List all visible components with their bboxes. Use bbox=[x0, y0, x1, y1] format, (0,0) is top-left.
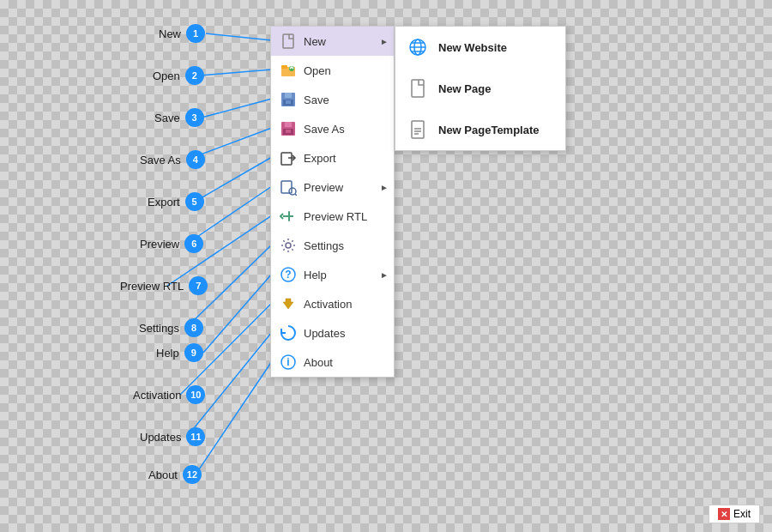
arrow-new: ► bbox=[380, 37, 389, 46]
menu-item-previewrtl[interactable]: Preview RTL bbox=[271, 202, 394, 231]
connector-line-2 bbox=[200, 70, 272, 76]
svg-rect-2 bbox=[281, 65, 287, 69]
connector-line-3 bbox=[202, 99, 272, 118]
svg-rect-5 bbox=[285, 93, 292, 98]
menu-item-new[interactable]: New ► bbox=[271, 27, 394, 56]
svg-rect-7 bbox=[286, 100, 291, 104]
connector-line-9 bbox=[203, 274, 272, 353]
svg-point-18 bbox=[286, 243, 291, 248]
label-12: About12 bbox=[148, 465, 202, 484]
label-text-5: Export bbox=[148, 196, 180, 209]
main-menu: New ► Open Save Save As Export Preview ►… bbox=[270, 26, 395, 378]
menu-item-activation[interactable]: Activation bbox=[271, 289, 394, 318]
label-text-9: Help bbox=[156, 347, 179, 360]
submenu-item-new-page[interactable]: New Page bbox=[395, 68, 565, 109]
label-text-12: About bbox=[148, 469, 178, 481]
submenu-item-new-website[interactable]: New Website bbox=[395, 27, 565, 68]
menu-item-settings[interactable]: Settings bbox=[271, 231, 394, 260]
menu-icon-saveas bbox=[280, 120, 297, 137]
label-2: Open2 bbox=[153, 66, 204, 85]
svg-rect-12 bbox=[281, 153, 292, 165]
submenu-icon-new-page bbox=[407, 78, 428, 99]
badge-6: 6 bbox=[184, 234, 203, 253]
svg-point-14 bbox=[289, 188, 296, 195]
label-4: Save As4 bbox=[140, 150, 205, 169]
label-text-11: Updates bbox=[140, 431, 181, 444]
menu-label-preview: Preview bbox=[304, 181, 343, 194]
svg-rect-0 bbox=[283, 34, 293, 48]
exit-x-icon: ✕ bbox=[718, 508, 730, 520]
menu-label-saveas: Save As bbox=[304, 123, 345, 136]
svg-rect-28 bbox=[412, 80, 424, 97]
menu-item-preview[interactable]: Preview ► bbox=[271, 172, 394, 202]
menu-label-about: About bbox=[304, 356, 333, 369]
svg-line-15 bbox=[295, 194, 297, 196]
badge-8: 8 bbox=[184, 318, 203, 337]
menu-icon-help: ? bbox=[280, 266, 297, 283]
label-10: Activation10 bbox=[133, 385, 205, 404]
menu-label-activation: Activation bbox=[304, 298, 352, 311]
menu-icon-open bbox=[280, 62, 297, 79]
menu-icon-about: i bbox=[280, 354, 297, 371]
badge-4: 4 bbox=[186, 150, 205, 169]
badge-7: 7 bbox=[189, 276, 208, 295]
submenu-label-new-page: New Page bbox=[438, 82, 491, 95]
menu-icon-save bbox=[280, 91, 297, 108]
menu-item-export[interactable]: Export bbox=[271, 143, 394, 172]
submenu-item-new-pagetemplate[interactable]: New PageTemplate bbox=[395, 109, 565, 150]
menu-item-updates[interactable]: Updates bbox=[271, 318, 394, 348]
label-text-2: Open bbox=[153, 70, 180, 82]
label-text-1: New bbox=[159, 27, 181, 40]
menu-icon-previewrtl bbox=[280, 208, 297, 225]
label-text-6: Preview bbox=[140, 238, 179, 251]
badge-12: 12 bbox=[183, 465, 202, 484]
label-text-4: Save As bbox=[140, 154, 181, 166]
label-1: New1 bbox=[159, 24, 205, 43]
badge-9: 9 bbox=[184, 343, 203, 362]
badge-1: 1 bbox=[186, 24, 205, 43]
menu-label-updates: Updates bbox=[304, 327, 345, 340]
badge-3: 3 bbox=[185, 108, 204, 127]
menu-item-saveas[interactable]: Save As bbox=[271, 114, 394, 143]
svg-rect-17 bbox=[288, 211, 290, 221]
menu-label-help: Help bbox=[304, 269, 327, 281]
svg-rect-13 bbox=[281, 181, 292, 193]
label-9: Help9 bbox=[156, 343, 203, 362]
exit-label: Exit bbox=[733, 508, 751, 520]
label-text-8: Settings bbox=[139, 322, 179, 335]
menu-icon-new bbox=[280, 33, 297, 50]
label-3: Save3 bbox=[154, 108, 204, 127]
label-5: Export5 bbox=[148, 192, 204, 211]
badge-2: 2 bbox=[185, 66, 204, 85]
menu-icon-export bbox=[280, 149, 297, 166]
submenu-label-new-website: New Website bbox=[438, 41, 507, 54]
label-text-7: Preview RTL bbox=[120, 280, 184, 293]
submenu-label-new-pagetemplate: New PageTemplate bbox=[438, 124, 540, 136]
connector-line-12 bbox=[196, 361, 272, 475]
menu-label-new: New bbox=[304, 35, 326, 48]
menu-label-export: Export bbox=[304, 152, 336, 165]
badge-10: 10 bbox=[186, 385, 205, 404]
connector-line-1 bbox=[206, 33, 272, 40]
svg-text:?: ? bbox=[285, 269, 291, 281]
label-7: Preview RTL7 bbox=[120, 276, 208, 295]
menu-label-open: Open bbox=[304, 64, 331, 77]
label-6: Preview6 bbox=[140, 234, 203, 253]
svg-text:i: i bbox=[286, 356, 289, 368]
menu-item-about[interactable]: i About bbox=[271, 348, 394, 377]
menu-icon-settings bbox=[280, 237, 297, 254]
connector-line-5 bbox=[195, 157, 272, 202]
menu-item-help[interactable]: ? Help ► bbox=[271, 260, 394, 289]
arrow-preview: ► bbox=[380, 183, 389, 192]
svg-rect-9 bbox=[285, 122, 292, 127]
menu-label-previewrtl: Preview RTL bbox=[304, 210, 367, 223]
menu-label-save: Save bbox=[304, 94, 329, 106]
exit-button[interactable]: ✕ Exit bbox=[709, 505, 760, 523]
menu-item-save[interactable]: Save bbox=[271, 85, 394, 114]
submenu-panel: New Website New Page New PageTemplate bbox=[395, 26, 566, 151]
menu-icon-updates bbox=[280, 324, 297, 342]
menu-item-open[interactable]: Open bbox=[271, 56, 394, 85]
menu-icon-preview bbox=[280, 178, 297, 196]
submenu-icon-new-pagetemplate bbox=[407, 119, 428, 140]
svg-rect-29 bbox=[412, 121, 424, 138]
